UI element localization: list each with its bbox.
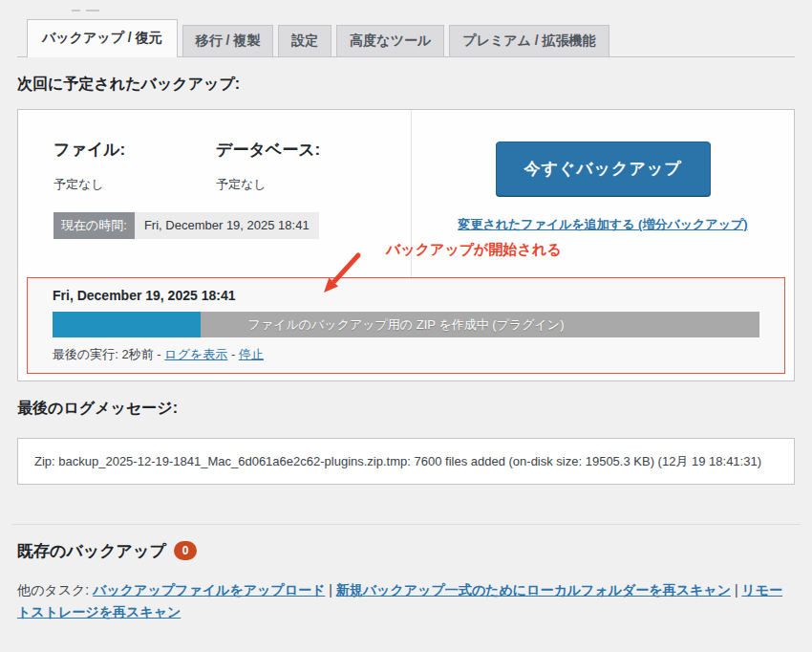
job-date: Fri, December 19, 2025 18:41 xyxy=(53,288,759,303)
active-backup-job-box: Fri, December 19, 2025 18:41 ファイルのバックアップ… xyxy=(27,277,785,374)
files-schedule: ファイル: 予定なし xyxy=(53,139,216,193)
stop-backup-link[interactable]: 停止 xyxy=(239,347,264,361)
tab-bar: バックアップ / 復元 移行 / 複製 設定 高度なツール プレミアム / 拡張… xyxy=(17,19,795,57)
existing-backups-title: 既存のバックアップ xyxy=(17,542,166,560)
tab-premium-extensions[interactable]: プレミアム / 拡張機能 xyxy=(449,25,609,56)
tab-migrate-clone[interactable]: 移行 / 複製 xyxy=(182,25,274,56)
section-divider xyxy=(11,524,801,525)
last-run-text: 最後の実行: 2秒前 - xyxy=(53,347,161,361)
database-value: 予定なし xyxy=(216,176,378,193)
existing-backups-count-badge: 0 xyxy=(174,541,198,560)
rescan-local-folder-link[interactable]: 新規バックアップ一式のためにローカルフォルダーを再スキャン xyxy=(336,582,731,598)
files-value: 予定なし xyxy=(53,176,216,193)
last-log-heading: 最後のログメッセージ: xyxy=(17,399,795,419)
next-scheduled-heading: 次回に予定されたバックアップ: xyxy=(17,75,795,95)
database-schedule: データベース: 予定なし xyxy=(216,139,378,193)
job-meta-row: 最後の実行: 2秒前 - ログを表示 - 停止 xyxy=(53,346,759,363)
other-tasks-label: 他のタスク: xyxy=(17,582,89,598)
annotation-text: バックアップが開始される xyxy=(386,241,562,259)
current-time-value: Fri, December 19, 2025 18:41 xyxy=(135,212,319,239)
upload-backup-files-link[interactable]: バックアップファイルをアップロード xyxy=(93,582,325,598)
other-tasks-row: 他のタスク: バックアップファイルをアップロード | 新規バックアップ一式のため… xyxy=(17,579,795,623)
last-log-message-box: Zip: backup_2025-12-19-1841_Mac_6d061a6e… xyxy=(17,438,795,485)
annotation-arrow-icon xyxy=(316,250,364,299)
files-label: ファイル: xyxy=(53,139,216,161)
incremental-backup-link[interactable]: 変更されたファイルを追加する (増分バックアップ) xyxy=(458,216,747,233)
tab-advanced-tools[interactable]: 高度なツール xyxy=(336,25,444,56)
tab-settings[interactable]: 設定 xyxy=(278,25,331,56)
last-log-message: Zip: backup_2025-12-19-1841_Mac_6d061a6e… xyxy=(34,454,761,468)
current-time-label: 現在の時間: xyxy=(53,212,135,239)
view-log-link[interactable]: ログを表示 xyxy=(164,347,227,361)
clipped-page-title-artifact xyxy=(72,0,105,3)
meta-separator: - xyxy=(231,347,235,361)
database-label: データベース: xyxy=(216,139,378,161)
tab-backup-restore[interactable]: バックアップ / 復元 xyxy=(27,19,178,57)
progress-bar: ファイルのバックアップ用の ZIP を作成中 (プラグイン) xyxy=(53,312,759,337)
backup-now-button[interactable]: 今すぐバックアップ xyxy=(496,141,711,196)
progress-stage-label: ファイルのバックアップ用の ZIP を作成中 (プラグイン) xyxy=(53,312,759,337)
current-time-badge: 現在の時間: Fri, December 19, 2025 18:41 xyxy=(53,212,319,239)
backup-status-panel: ファイル: 予定なし データベース: 予定なし 現在の時間: Fri, Dece… xyxy=(17,109,795,381)
existing-backups-heading: 既存のバックアップ0 xyxy=(17,540,795,562)
